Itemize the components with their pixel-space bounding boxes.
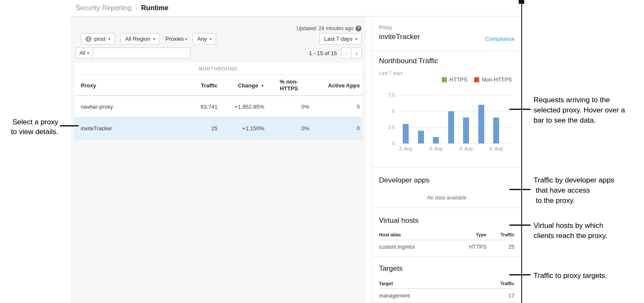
chart-gridline — [398, 143, 512, 144]
cell-host-alias: custom,mgmtui — [379, 244, 457, 250]
section-title-developer-apps: Developer apps — [379, 176, 429, 185]
legend-swatch-https-icon — [442, 77, 447, 82]
cell-change: +1,952.85% — [220, 104, 266, 110]
legend-item-non-https: Non-HTTPS — [474, 76, 512, 83]
frame-edge-mark — [519, 0, 524, 4]
chevron-down-icon: ▾ — [87, 51, 89, 55]
chevron-down-icon: ▾ — [108, 37, 110, 41]
developer-apps-section: Developer apps No data available — [372, 168, 522, 208]
column-header-non-https[interactable]: % non- HTTPS — [266, 79, 311, 93]
any-label: Any — [197, 36, 206, 42]
chart-bar-7-aug[interactable] — [478, 105, 484, 143]
callout-line-select-proxy — [60, 125, 79, 126]
column-header-traffic[interactable]: Traffic — [168, 82, 220, 89]
chevron-down-icon: ▾ — [185, 37, 187, 41]
virtual-hosts-table: Host alias Type Traffic custom,mgmtui HT… — [379, 230, 514, 253]
help-icon[interactable]: ? — [356, 25, 362, 31]
environment-dropdown[interactable]: prod ▾ — [81, 33, 115, 45]
column-header-active-apps[interactable]: Active Apps — [311, 82, 362, 89]
column-header-proxy[interactable]: Proxy — [74, 82, 168, 89]
column-header-traffic: Traffic — [486, 281, 514, 286]
y-tick-label: 2.5 — [388, 125, 395, 130]
legend-label-https: HTTPS — [449, 76, 468, 83]
chart-bar-4-aug[interactable] — [433, 137, 439, 143]
section-title-targets: Targets — [379, 264, 403, 273]
region-label: All Region — [125, 36, 150, 42]
column-header-non-https-line2: HTTPS — [266, 85, 311, 92]
date-range-label: Last 7 days — [324, 36, 353, 42]
annotation-line: that have access — [534, 185, 614, 196]
table-row-navbar-proxy[interactable]: navbar-proxy 63,741 +1,952.85% 0% 0 — [74, 96, 362, 118]
proxy-table: NORTHBOUND Proxy Traffic Change ▼ % non-… — [74, 63, 362, 139]
updated-status: Updated: 24 minutes ago ? — [297, 25, 362, 31]
selected-proxy-name: inviteTracker — [379, 33, 420, 41]
column-header-type: Type — [457, 232, 486, 237]
y-tick-label: 7.5 — [388, 93, 395, 98]
no-data-message: No data available — [372, 195, 522, 201]
date-range-dropdown[interactable]: Last 7 days ▾ — [319, 33, 362, 45]
y-tick-label: 0 — [392, 141, 395, 146]
target-row: management 17 — [379, 289, 514, 302]
annotation-select-proxy: Select a proxy to view details. — [0, 117, 58, 137]
x-tick-label: 2. Aug — [399, 146, 412, 151]
chart-subtitle: Last 7 days — [379, 70, 403, 76]
frame-edge-line — [521, 0, 522, 303]
chevron-down-icon: ▾ — [153, 37, 155, 41]
column-header-change[interactable]: Change ▼ — [220, 82, 266, 89]
cell-traffic: 17 — [486, 293, 514, 299]
chart-bar-2-aug[interactable] — [403, 124, 409, 143]
targets-header-row: Target Traffic — [379, 279, 514, 289]
region-dropdown[interactable]: All Region ▾ — [121, 33, 160, 45]
x-tick-label: 6. Aug — [459, 146, 472, 151]
previous-page-button[interactable]: ‹ — [341, 48, 352, 59]
updated-text: Updated: 24 minutes ago — [297, 25, 353, 31]
annotation-line: clients reach the proxy. — [534, 231, 607, 241]
annotation-line: Virtual hosts by which — [534, 221, 607, 231]
any-dropdown[interactable]: Any ▾ — [192, 33, 216, 45]
next-page-button[interactable]: › — [351, 48, 362, 59]
legend-item-https: HTTPS — [442, 76, 468, 83]
annotation-line: bar to see the data. — [534, 115, 625, 126]
chevron-down-icon: ▾ — [210, 37, 212, 41]
compliance-link[interactable]: Compliance — [485, 36, 514, 42]
detail-header-section: Proxy inviteTracker Compliance — [372, 17, 522, 51]
annotation-line: Traffic by developer apps — [534, 175, 614, 185]
callout-line-developer-apps — [509, 189, 531, 190]
proxies-dropdown[interactable]: Proxies ▾ — [165, 36, 187, 42]
screen: Security Reporting › Runtime Updated: 24… — [0, 0, 644, 303]
annotation-virtual-hosts: Virtual hosts by which clients reach the… — [534, 221, 607, 241]
table-header-row: Proxy Traffic Change ▼ % non- HTTPS Acti… — [74, 75, 362, 96]
annotation-line: Traffic to proxy targets. — [534, 271, 607, 281]
x-tick-label: 4. Aug — [429, 146, 442, 151]
globe-icon — [85, 36, 91, 42]
search-scope-dropdown[interactable]: All ▾ — [76, 48, 93, 59]
callout-line-requests — [509, 109, 531, 110]
cell-non-https: 0% — [266, 125, 311, 132]
search-scope-label: All — [79, 50, 85, 56]
section-title-virtual-hosts: Virtual hosts — [379, 216, 418, 225]
x-tick-label: 8. Aug — [489, 146, 503, 151]
chart-bar-5-aug[interactable] — [448, 111, 454, 143]
cell-change: +1,150% — [220, 125, 266, 132]
legend-swatch-non-https-icon — [474, 77, 479, 82]
pagination: 1 - 15 of 15 ‹ › — [309, 48, 362, 59]
proxy-label: Proxy — [379, 25, 392, 31]
breadcrumb-security-reporting[interactable]: Security Reporting — [76, 4, 132, 12]
chart-bar-6-aug[interactable] — [463, 118, 469, 143]
column-header-change-label: Change — [238, 82, 258, 89]
column-header-non-https-line1: % non- — [266, 79, 311, 85]
table-row-invitetracker[interactable]: inviteTracker 25 +1,150% 0% 0 — [74, 118, 362, 139]
chart-bar-3-aug[interactable] — [418, 131, 424, 143]
annotation-line: to the proxy. — [534, 196, 614, 206]
filter-toolbar: prod ▾ All Region ▾ Proxies ▾ Any ▾ — [81, 33, 216, 45]
search-input[interactable] — [93, 48, 191, 59]
annotation-line: selected proxy. Hover over a — [534, 105, 625, 115]
annotation-line: Requests arriving to the — [534, 95, 625, 105]
callout-line-virtual-hosts — [509, 224, 531, 226]
annotation-targets: Traffic to proxy targets. — [534, 271, 607, 281]
table-group-header: NORTHBOUND — [74, 63, 362, 75]
targets-table: Target Traffic management 17 — [379, 279, 514, 302]
chart-bar-8-aug[interactable] — [493, 118, 499, 143]
virtual-host-row: custom,mgmtui HTTPS 25 — [379, 240, 514, 253]
cell-traffic: 63,741 — [168, 104, 220, 110]
